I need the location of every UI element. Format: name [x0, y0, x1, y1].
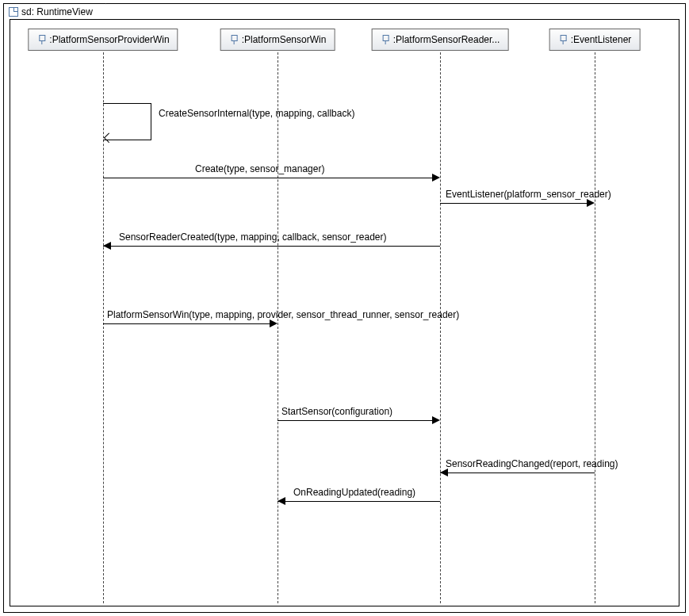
arrow-line — [440, 203, 587, 204]
arrow-line — [278, 501, 440, 502]
msg-sensor-reader-created: SensorReaderCreated(type, mapping, callb… — [119, 231, 387, 244]
arrow-head — [432, 174, 440, 182]
lifeline-line — [440, 52, 441, 603]
arrow-head — [432, 416, 440, 424]
sequence-diagram-frame: sd: RuntimeView :PlatformSensorProviderW… — [0, 0, 689, 616]
lifeline-icon — [229, 35, 239, 44]
msg-start-sensor: StartSensor(configuration) — [281, 406, 392, 419]
lifeline-label: :PlatformSensorProviderWin — [49, 34, 169, 45]
lifeline-line — [278, 52, 278, 603]
msg-on-reading-updated: OnReadingUpdated(reading) — [293, 487, 415, 499]
lifeline-label: :EventListener — [571, 34, 632, 45]
msg-event-listener: EventListener(platform_sensor_reader) — [446, 189, 611, 201]
arrow-head — [103, 242, 111, 250]
lifeline-line — [595, 52, 595, 603]
arrow-line — [278, 420, 432, 421]
msg-sensor-reading-changed: SensorReadingChanged(report, reading) — [446, 458, 618, 471]
frame-title: sd: RuntimeView — [21, 6, 93, 17]
msg-platform-sensor-win: PlatformSensorWin(type, mapping, provide… — [107, 309, 459, 322]
frame-tab: sd: RuntimeView — [3, 3, 106, 20]
frame-icon — [9, 7, 18, 17]
msg-create-internal: CreateSensorInternal(type, mapping, call… — [159, 108, 354, 121]
arrow-head — [278, 497, 285, 505]
lifeline-label: :PlatformSensorWin — [242, 34, 327, 45]
lifeline-icon — [381, 35, 390, 44]
lifeline-label: :PlatformSensorReader... — [393, 34, 500, 45]
arrow-line — [440, 473, 595, 473]
lifeline-listener: :EventListener — [549, 29, 641, 51]
lifeline-provider: :PlatformSensorProviderWin — [28, 29, 178, 51]
arrow-line — [103, 323, 270, 324]
lifeline-sensor: :PlatformSensorWin — [220, 29, 335, 51]
arrow-line — [103, 246, 440, 247]
lifeline-icon — [558, 35, 568, 44]
msg-create: Create(type, sensor_manager) — [195, 163, 324, 176]
lifeline-reader: :PlatformSensorReader... — [372, 29, 509, 51]
lifeline-icon — [36, 35, 46, 44]
arrow-line — [103, 178, 432, 178]
